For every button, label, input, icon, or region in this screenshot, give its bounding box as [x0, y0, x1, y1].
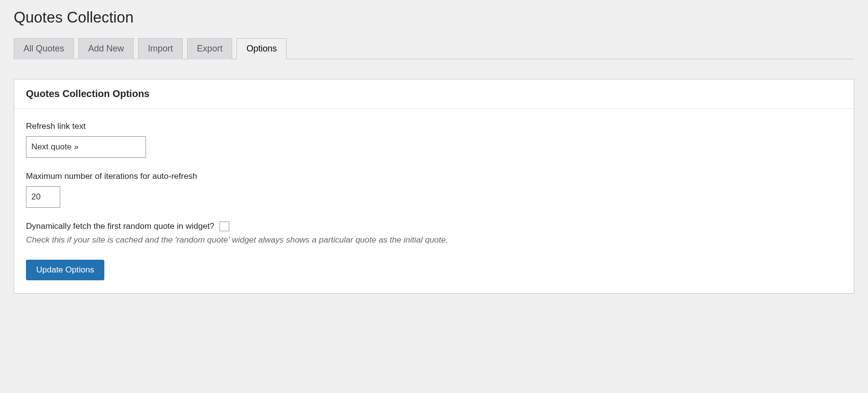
tab-add-new[interactable]: Add New [78, 38, 134, 59]
tab-export[interactable]: Export [187, 38, 232, 59]
panel-body: Refresh link text Maximum number of iter… [14, 109, 854, 293]
dynamic-fetch-label: Dynamically fetch the first random quote… [26, 221, 215, 231]
panel-header: Quotes Collection Options [14, 79, 854, 109]
page-title: Quotes Collection [14, 5, 854, 26]
tab-import[interactable]: Import [138, 38, 183, 59]
refresh-link-group: Refresh link text [26, 122, 842, 158]
update-options-button[interactable]: Update Options [26, 260, 104, 280]
tab-all-quotes[interactable]: All Quotes [14, 38, 74, 59]
refresh-link-input[interactable] [26, 136, 146, 158]
refresh-link-label: Refresh link text [26, 122, 842, 131]
max-iterations-input[interactable] [26, 186, 60, 208]
dynamic-fetch-help: Check this if your site is cached and th… [26, 235, 842, 245]
options-panel: Quotes Collection Options Refresh link t… [14, 79, 854, 294]
tab-nav: All Quotes Add New Import Export Options [14, 38, 854, 59]
dynamic-fetch-row: Dynamically fetch the first random quote… [26, 221, 842, 231]
panel-heading: Quotes Collection Options [26, 88, 842, 99]
max-iterations-label: Maximum number of iterations for auto-re… [26, 172, 842, 181]
dynamic-fetch-checkbox[interactable] [219, 221, 229, 231]
tab-options[interactable]: Options [237, 38, 287, 59]
max-iterations-group: Maximum number of iterations for auto-re… [26, 172, 842, 208]
